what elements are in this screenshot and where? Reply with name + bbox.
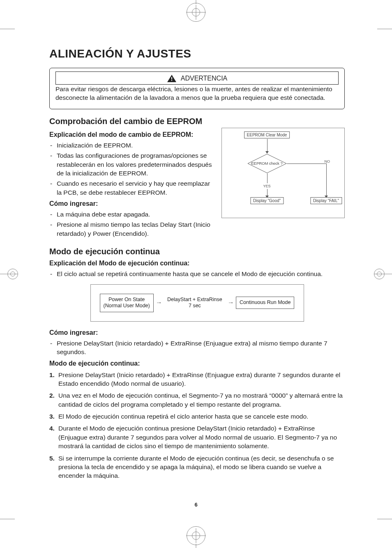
- continuous-explain-label: Explicación del Modo de ejecución contin…: [49, 260, 345, 267]
- continuous-enter-list: Presione DelayStart (Inicio retardado) +…: [49, 339, 345, 357]
- svg-marker-4: [160, 302, 161, 304]
- page-title: ALINEACIÓN Y AJUSTES: [49, 47, 345, 60]
- document-page: ALINEACIÓN Y AJUSTES ADVERTENCIA Para ev…: [0, 0, 392, 548]
- page-number: 6: [194, 502, 197, 508]
- crop-mark: [367, 507, 392, 532]
- arrow-right-icon: [157, 300, 161, 305]
- flow-no-label: NO: [324, 159, 330, 163]
- eeprom-explain-label: Explicación del modo de cambio de EEPROM…: [49, 131, 214, 138]
- flow-mid-label: DelayStart + ExtraRinse 7 sec: [164, 297, 226, 309]
- list-item: El ciclo actual se repetirá continuament…: [49, 269, 345, 278]
- flow-start-box: EEPROM Clear Mode: [244, 131, 290, 138]
- crop-mark: [0, 16, 25, 41]
- list-item: Inicialización de EEPROM.: [49, 141, 214, 150]
- list-item: 2.Una vez en el Modo de ejecución contin…: [49, 391, 345, 409]
- eeprom-explain-list: Inicialización de EEPROM. Todas las conf…: [49, 141, 214, 197]
- continuous-flow-diagram: Power On State (Normal User Mode) DelayS…: [90, 284, 304, 322]
- eeprom-heading: Comprobación del cambio de EEPROM: [49, 117, 345, 126]
- flow-left-box: Power On State (Normal User Mode): [100, 294, 154, 312]
- warning-heading-row: ADVERTENCIA: [55, 71, 339, 85]
- flow-good-box: Display "Good": [250, 197, 284, 204]
- svg-rect-0: [171, 77, 172, 80]
- list-item: 5.Si se interrumpe la corriente durante …: [49, 454, 345, 480]
- list-item: Presione al mismo tiempo las teclas Dela…: [49, 220, 214, 238]
- list-item: 4.Durante el Modo de ejecución continua …: [49, 424, 345, 450]
- continuous-explain-list: El ciclo actual se repetirá continuament…: [49, 269, 345, 278]
- registration-mark-left: [0, 266, 18, 282]
- flow-decision: EEPROM check ?: [247, 154, 287, 173]
- list-item: Todas las configuraciones de programas/o…: [49, 151, 214, 177]
- continuous-steps-list: 1.Presione DelayStart (Inicio retardado)…: [49, 371, 345, 480]
- list-item: 1.Presione DelayStart (Inicio retardado)…: [49, 371, 345, 388]
- continuous-heading: Modo de ejecución continua: [49, 247, 345, 256]
- arrow-right-icon: [229, 300, 233, 305]
- svg-marker-6: [232, 302, 233, 304]
- content-area: ALINEACIÓN Y AJUSTES ADVERTENCIA Para ev…: [49, 47, 345, 484]
- warning-body: Para evitar riesgos de descarga eléctric…: [55, 85, 339, 102]
- crop-mark: [0, 507, 25, 532]
- continuous-steps-label: Modo de ejecución continua:: [49, 360, 345, 367]
- eeprom-flowchart: EEPROM Clear Mode EEPROM check ? NO: [221, 128, 345, 218]
- registration-mark-right: [374, 266, 392, 282]
- warning-heading: ADVERTENCIA: [181, 75, 228, 82]
- registration-mark-top: [180, 0, 212, 25]
- list-item: La máquina debe estar apagada.: [49, 210, 214, 219]
- svg-rect-1: [171, 80, 172, 81]
- crop-mark: [367, 16, 392, 41]
- warning-box: ADVERTENCIA Para evitar riesgos de desca…: [49, 68, 345, 109]
- flow-right-box: Continuous Run Mode: [236, 297, 294, 309]
- continuous-enter-label: Cómo ingresar:: [49, 329, 345, 336]
- eeprom-enter-list: La máquina debe estar apagada. Presione …: [49, 210, 214, 238]
- list-item: 3.El Modo de ejecución continua repetirá…: [49, 412, 345, 421]
- warning-icon: [167, 74, 177, 83]
- flow-fail-box: Display "FAIL": [310, 197, 342, 204]
- eeprom-enter-label: Cómo ingresar:: [49, 200, 214, 207]
- list-item: Cuando es necesario el servicio y hay qu…: [49, 179, 214, 197]
- list-item: Presione DelayStart (Inicio retardado) +…: [49, 339, 345, 357]
- registration-mark-bottom: [180, 523, 212, 548]
- flow-yes-label: YES: [263, 184, 271, 188]
